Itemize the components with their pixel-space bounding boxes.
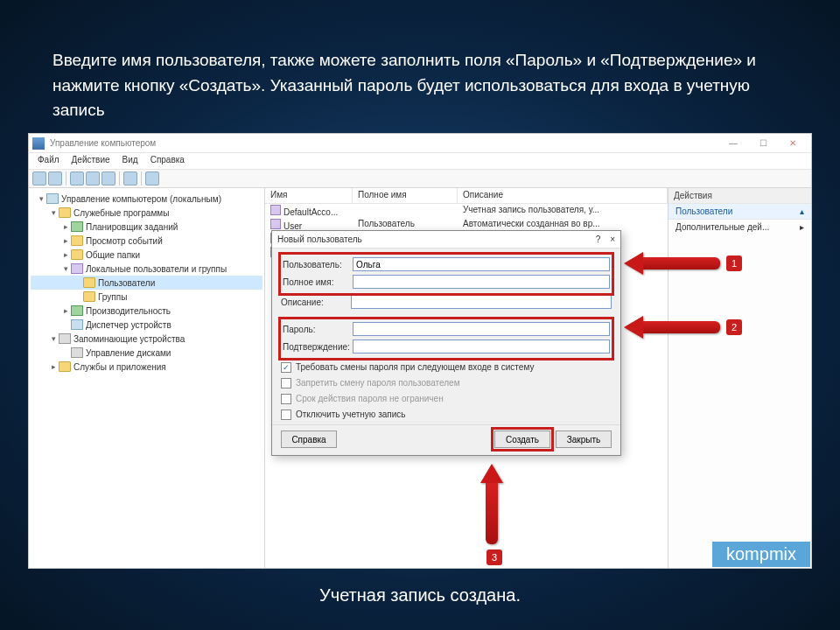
tree-shared-folders[interactable]: ▸Общие папки xyxy=(31,248,262,262)
menu-file[interactable]: Файл xyxy=(38,155,60,169)
tree-local-users-groups[interactable]: ▾Локальные пользователи и группы xyxy=(31,262,262,276)
label-confirm: Подтверждение: xyxy=(283,342,353,352)
toolbar-help-icon[interactable] xyxy=(145,172,159,186)
watermark: kompmix xyxy=(712,542,810,567)
highlight-password: Пароль: Подтверждение: xyxy=(281,319,612,358)
tree-users[interactable]: Пользователи xyxy=(31,276,262,290)
titlebar: Управление компьютером — ☐ ✕ xyxy=(29,134,811,153)
checkbox-nochange: Запретить смену пароля пользователем xyxy=(281,376,612,389)
checkbox-icon: ✓ xyxy=(281,362,291,373)
dialog-titlebar: Новый пользователь ? × xyxy=(272,231,620,248)
checkbox-noexpire: Срок действия пароля не ограничен xyxy=(281,392,612,405)
toolbar-icon[interactable] xyxy=(86,172,100,186)
checkbox-icon xyxy=(281,378,291,388)
badge-3: 3 xyxy=(486,550,502,565)
result-caption: Учетная запись создана. xyxy=(0,585,840,606)
label-fullname: Полное имя: xyxy=(283,277,353,287)
actions-users-link[interactable]: Пользователи▴ xyxy=(668,204,811,220)
tree-services-apps[interactable]: ▸Службы и приложения xyxy=(31,360,262,374)
toolbar xyxy=(29,169,811,188)
list-row[interactable]: DefaultAcco...Учетная запись пользовател… xyxy=(265,204,668,218)
checkbox-icon xyxy=(281,394,291,404)
toolbar-icon[interactable] xyxy=(102,172,116,186)
label-password: Пароль: xyxy=(283,325,353,334)
password-field[interactable] xyxy=(353,322,610,336)
tree-groups[interactable]: Группы xyxy=(31,290,262,304)
label-description: Описание: xyxy=(281,298,351,307)
red-arrow-1 xyxy=(624,252,720,275)
menu-action[interactable]: Действие xyxy=(72,155,110,169)
highlight-username-fullname: Пользователь: Полное имя: xyxy=(281,255,612,293)
actions-pane: Действия Пользователи▴ Дополнительные де… xyxy=(668,188,811,568)
checkbox-disable[interactable]: Отключить учетную запись xyxy=(281,408,612,421)
tree-performance[interactable]: ▸Производительность xyxy=(31,304,262,318)
label-username: Пользователь: xyxy=(283,260,353,270)
checkbox-mustchange[interactable]: ✓Требовать смены пароля при следующем вх… xyxy=(281,360,612,374)
toolbar-refresh-icon[interactable] xyxy=(123,172,137,186)
close-dialog-button[interactable]: Закрыть xyxy=(556,430,612,448)
column-name[interactable]: Имя xyxy=(265,188,353,203)
menu-view[interactable]: Вид xyxy=(122,155,138,169)
column-fullname[interactable]: Полное имя xyxy=(353,188,458,203)
dialog-title: Новый пользователь xyxy=(277,234,362,244)
app-icon xyxy=(32,137,45,150)
close-button[interactable]: ✕ xyxy=(778,136,808,151)
tree-device-manager[interactable]: Диспетчер устройств xyxy=(31,318,262,332)
toolbar-sep xyxy=(66,172,66,186)
list-header: Имя Полное имя Описание xyxy=(265,188,668,204)
description-field[interactable] xyxy=(351,295,612,309)
menu-help[interactable]: Справка xyxy=(150,155,185,169)
confirm-password-field[interactable] xyxy=(353,340,610,354)
help-button[interactable]: Справка xyxy=(281,430,337,448)
red-arrow-3 xyxy=(480,464,503,544)
tree-event-viewer[interactable]: ▸Просмотр событий xyxy=(31,234,262,248)
tree-disk-management[interactable]: Управление дисками xyxy=(31,346,262,360)
toolbar-back-icon[interactable] xyxy=(32,172,46,186)
user-icon xyxy=(270,205,281,215)
new-user-dialog: Новый пользователь ? × Пользователь: Пол… xyxy=(271,230,621,456)
instruction-text: Введите имя пользователя, также можете з… xyxy=(0,0,840,132)
tree-root[interactable]: ▾Управление компьютером (локальным) xyxy=(31,192,262,206)
fullname-field[interactable] xyxy=(353,275,610,289)
toolbar-sep xyxy=(119,172,120,186)
actions-more-link[interactable]: Дополнительные дей...▸ xyxy=(668,220,811,234)
tree-storage[interactable]: ▾Запоминающие устройства xyxy=(31,332,262,346)
tree-pane: ▾Управление компьютером (локальным) ▾Слу… xyxy=(29,188,265,568)
window-title: Управление компьютером xyxy=(50,138,718,148)
minimize-button[interactable]: — xyxy=(718,136,748,151)
dialog-close-button[interactable]: × xyxy=(610,234,615,244)
maximize-button[interactable]: ☐ xyxy=(748,136,778,151)
toolbar-icon[interactable] xyxy=(70,172,84,186)
badge-2: 2 xyxy=(726,319,742,335)
column-description[interactable]: Описание xyxy=(458,188,668,203)
user-icon xyxy=(270,219,281,229)
dialog-help-button[interactable]: ? xyxy=(596,234,601,244)
badge-1: 1 xyxy=(726,256,742,271)
menubar: Файл Действие Вид Справка xyxy=(29,153,811,169)
toolbar-forward-icon[interactable] xyxy=(48,172,62,186)
red-arrow-2 xyxy=(624,316,720,339)
checkbox-icon xyxy=(281,410,291,420)
toolbar-sep xyxy=(141,172,142,186)
tree-system-tools[interactable]: ▾Служебные программы xyxy=(31,206,262,220)
actions-header: Действия xyxy=(668,188,811,204)
create-button[interactable]: Создать xyxy=(494,430,550,448)
username-field[interactable] xyxy=(353,257,610,271)
tree-task-scheduler[interactable]: ▸Планировщик заданий xyxy=(31,220,262,234)
